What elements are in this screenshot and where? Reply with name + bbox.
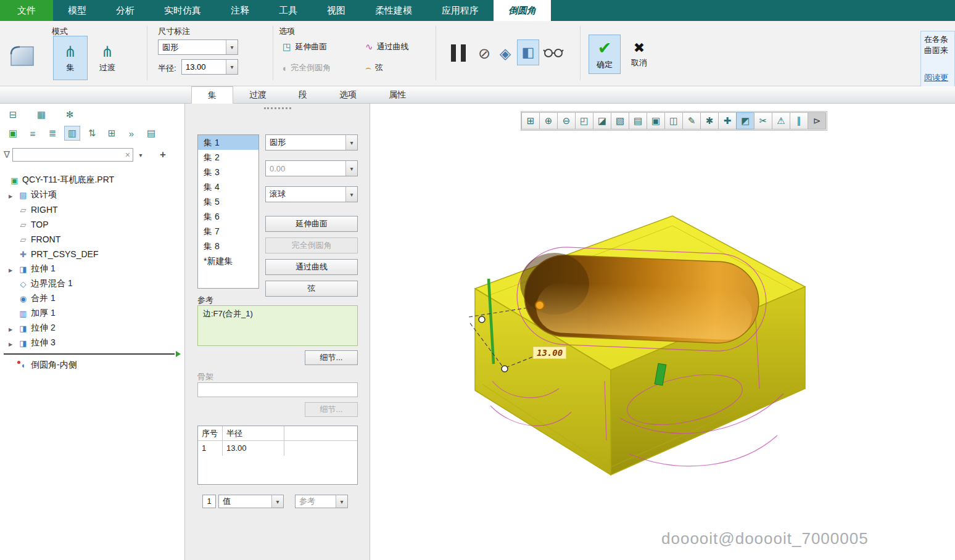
reference-collector[interactable]: 边:F7(合并_1) bbox=[197, 305, 358, 346]
reference-type-dropdown[interactable]: 参考 bbox=[295, 495, 348, 508]
datum-display-icon[interactable]: ✱ bbox=[700, 112, 719, 130]
expand-arrow-icon[interactable] bbox=[9, 190, 17, 200]
view-manager-icon[interactable]: ◫ bbox=[664, 112, 683, 130]
attached-preview-button[interactable] bbox=[517, 39, 539, 65]
tree-item-part[interactable]: QCY-T11-耳机底座.PRT bbox=[0, 173, 184, 187]
dashboard-tab[interactable]: 属性 bbox=[373, 86, 422, 104]
tree-item-pending-fillet[interactable]: 倒圆角-内侧 bbox=[0, 358, 184, 373]
reference-details-button[interactable]: 细节... bbox=[305, 350, 358, 365]
tree-item[interactable]: 合并 1 bbox=[0, 291, 184, 306]
fillet-shape-dropdown[interactable]: 圆形 bbox=[158, 39, 238, 55]
chevron-down-icon[interactable] bbox=[226, 40, 238, 54]
read-more-link[interactable]: 阅读更 bbox=[924, 72, 948, 83]
graphics-area[interactable]: ⊞ ⊕ ⊖ ◰ ◪ ▧ ▤ ▣ ◫ ✎ ✱ ✚ bbox=[370, 104, 955, 560]
sort-tree-icon[interactable]: ⇅ bbox=[84, 126, 100, 141]
section-shape-dropdown[interactable]: 圆形 bbox=[265, 134, 358, 150]
set-list-item[interactable]: 集 4 bbox=[198, 179, 258, 194]
set-list-item[interactable]: 集 6 bbox=[198, 209, 258, 224]
dashboard-tab[interactable]: 段 bbox=[283, 86, 323, 104]
tree-item[interactable]: 设计项 bbox=[0, 187, 184, 202]
through-curve-panel-button[interactable]: 通过曲线 bbox=[265, 259, 358, 275]
more-tools-icon[interactable]: » bbox=[123, 126, 139, 141]
set-list-item[interactable]: 集 1 bbox=[198, 135, 258, 150]
3d-model[interactable] bbox=[444, 196, 814, 541]
set-list-item[interactable]: 集 8 bbox=[198, 239, 258, 253]
through-curve-button[interactable]: 通过曲线 bbox=[362, 38, 413, 56]
chord-button[interactable]: 弦 bbox=[362, 59, 387, 76]
expand-arrow-icon[interactable] bbox=[9, 323, 17, 333]
pause-display-icon[interactable]: ∥ bbox=[790, 112, 808, 130]
chevron-down-icon[interactable] bbox=[271, 495, 283, 508]
extend-surface-button[interactable]: 延伸曲面 bbox=[279, 38, 331, 56]
no-preview-icon[interactable] bbox=[475, 43, 494, 64]
tree-item[interactable]: TOP bbox=[0, 217, 184, 232]
tree-item[interactable]: PRT_CSYS_DEF bbox=[0, 247, 184, 261]
list-view-icon[interactable]: ≡ bbox=[25, 126, 41, 141]
set-list-item[interactable]: 集 5 bbox=[198, 194, 258, 209]
tree-item[interactable]: 拉伸 1 bbox=[0, 261, 184, 276]
warning-icon[interactable]: ⚠ bbox=[772, 112, 790, 130]
clear-filter-icon[interactable] bbox=[123, 150, 133, 160]
menu-tab[interactable]: 倒圆角 bbox=[494, 0, 551, 21]
menu-tab[interactable]: 应用程序 bbox=[427, 0, 494, 21]
tree-filter-icon[interactable]: ▥ bbox=[64, 126, 80, 141]
menu-tab[interactable]: 分析 bbox=[101, 0, 149, 21]
expand-arrow-icon[interactable] bbox=[9, 338, 17, 348]
chevron-down-icon[interactable] bbox=[345, 135, 357, 150]
menu-tab[interactable]: 实时仿真 bbox=[149, 0, 216, 21]
verify-icon[interactable] bbox=[496, 43, 515, 64]
dashboard-tab[interactable]: 集 bbox=[191, 86, 233, 104]
radius-input[interactable] bbox=[182, 62, 226, 72]
menu-tab[interactable]: 模型 bbox=[53, 0, 101, 21]
menu-tab[interactable]: 视图 bbox=[312, 0, 360, 21]
menu-tab[interactable]: 柔性建模 bbox=[360, 0, 427, 21]
insert-here-locator[interactable] bbox=[0, 350, 184, 358]
chevron-down-icon[interactable] bbox=[345, 161, 357, 176]
zoom-in-icon[interactable]: ⊕ bbox=[539, 112, 558, 130]
pause-button[interactable] bbox=[445, 38, 471, 68]
tree-item[interactable]: 边界混合 1 bbox=[0, 276, 184, 291]
menu-tab[interactable]: 工具 bbox=[264, 0, 312, 21]
set-list-item[interactable]: 集 3 bbox=[198, 165, 258, 179]
spin-center-icon[interactable]: ✚ bbox=[718, 112, 737, 130]
panel-drag-handle[interactable] bbox=[264, 107, 291, 109]
menu-tab[interactable]: 注释 bbox=[216, 0, 264, 21]
refit-icon[interactable]: ◰ bbox=[575, 112, 593, 130]
set-list-item[interactable]: *新建集 bbox=[198, 253, 258, 268]
ok-button[interactable]: 确定 bbox=[589, 35, 621, 74]
value-type-dropdown[interactable]: 值 bbox=[218, 495, 284, 508]
tree-filter-input[interactable] bbox=[13, 150, 123, 160]
tree-item[interactable]: 加厚 1 bbox=[0, 306, 184, 321]
column-display-icon[interactable]: ⊞ bbox=[104, 126, 120, 141]
chevron-down-icon[interactable] bbox=[336, 495, 347, 508]
glasses-preview-icon[interactable] bbox=[543, 47, 564, 60]
chevron-down-icon[interactable] bbox=[226, 60, 238, 74]
display-style-icon[interactable]: ▧ bbox=[611, 112, 629, 130]
saved-orientations-icon[interactable]: ▤ bbox=[629, 112, 647, 130]
tree-options-icon[interactable]: ▤ bbox=[143, 126, 159, 141]
filter-dropdown-icon[interactable] bbox=[136, 148, 146, 162]
tree-item[interactable]: RIGHT bbox=[0, 202, 184, 217]
tree-item[interactable]: 拉伸 2 bbox=[0, 321, 184, 336]
set-list-item[interactable]: 集 2 bbox=[198, 150, 258, 165]
chord-panel-button[interactable]: 弦 bbox=[265, 281, 358, 297]
detail-view-icon[interactable]: ≣ bbox=[44, 126, 60, 141]
tree-item[interactable]: 拉伸 3 bbox=[0, 336, 184, 350]
capture-icon[interactable]: ▣ bbox=[647, 112, 665, 130]
set-list-item[interactable]: 集 7 bbox=[198, 224, 258, 239]
resume-icon[interactable]: ⊳ bbox=[808, 112, 826, 130]
conic-value-combo[interactable]: 0.00 bbox=[265, 160, 358, 176]
radius-cell[interactable]: 13.00 bbox=[223, 441, 284, 456]
transitions-mode-button[interactable]: 过渡 bbox=[90, 36, 125, 80]
expand-arrow-icon[interactable] bbox=[9, 264, 17, 274]
dashboard-tab[interactable]: 过渡 bbox=[233, 86, 283, 104]
extend-surface-panel-button[interactable]: 延伸曲面 bbox=[265, 216, 358, 232]
menu-tab[interactable]: 文件 bbox=[0, 0, 53, 21]
sets-mode-button[interactable]: 集 bbox=[53, 36, 88, 80]
annotation-display-icon[interactable]: ✎ bbox=[682, 112, 701, 130]
zoom-out-icon[interactable]: ⊖ bbox=[557, 112, 576, 130]
tree-item[interactable]: FRONT bbox=[0, 232, 184, 247]
section-icon[interactable]: ✂ bbox=[754, 112, 772, 130]
show-feature-icon[interactable]: ▣ bbox=[5, 126, 21, 141]
radius-dimension-label[interactable]: 13.00 bbox=[533, 347, 566, 359]
